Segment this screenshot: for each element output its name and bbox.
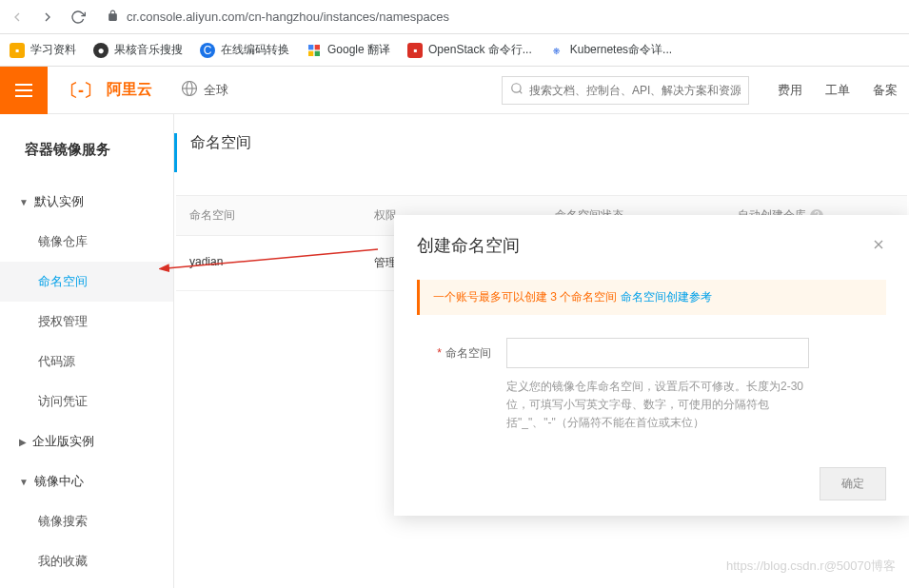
bookmark-item[interactable]: ▪学习资料 — [10, 42, 76, 58]
address-bar[interactable]: cr.console.aliyun.com/cn-hangzhou/instan… — [99, 10, 901, 25]
hamburger-icon — [15, 84, 32, 97]
watermark: https://blog.csdn.r@50070博客 — [726, 558, 896, 575]
sidebar-item-auth[interactable]: 授权管理 — [0, 302, 173, 342]
kubernetes-icon: ⎈ — [549, 43, 564, 58]
bookmark-item[interactable]: Google 翻译 — [306, 42, 390, 58]
site-icon: C — [200, 43, 215, 58]
modal-body: 一个账号最多可以创建 3 个命名空间 命名空间创建参考 *命名空间 定义您的镜像… — [394, 272, 909, 452]
sidebar-item-favorites[interactable]: 我的收藏 — [0, 541, 173, 581]
col-namespace: 命名空间 — [176, 196, 361, 235]
folder-icon: ▪ — [10, 43, 25, 58]
bookmarks-bar: ▪学习资料 ●果核音乐搜搜 C在线编码转换 Google 翻译 ▪OpenSta… — [0, 34, 909, 67]
sidebar-group-imagecenter[interactable]: ▼镜像中心 — [0, 461, 173, 501]
create-namespace-modal: 创建命名空间 一个账号最多可以创建 3 个命名空间 命名空间创建参考 *命名空间… — [394, 215, 909, 516]
logo-icon: 〔-〕 — [61, 79, 101, 102]
console-header: 〔-〕 阿里云 全球 费用 工单 备案 — [0, 67, 909, 114]
form-row-namespace: *命名空间 定义您的镜像仓库命名空间，设置后不可修改。长度为2-30位，可填写小… — [417, 338, 886, 433]
sidebar-item-accelerator[interactable]: 镜像加速器 — [0, 581, 173, 588]
sidebar: 容器镜像服务 ▼默认实例 镜像仓库 命名空间 授权管理 代码源 访问凭证 ▶企业… — [0, 114, 174, 588]
form-label: *命名空间 — [417, 338, 491, 362]
logo-text: 阿里云 — [107, 80, 152, 100]
header-link-beian[interactable]: 备案 — [861, 82, 909, 99]
sidebar-item-codesource[interactable]: 代码源 — [0, 342, 173, 382]
region-selector[interactable]: 全球 — [181, 80, 228, 100]
forward-button[interactable] — [38, 8, 57, 27]
browser-nav-bar: cr.console.aliyun.com/cn-hangzhou/instan… — [0, 0, 909, 34]
lock-icon — [107, 10, 119, 25]
search-icon — [510, 82, 524, 98]
openstack-icon: ▪ — [407, 43, 423, 58]
sidebar-group-default[interactable]: ▼默认实例 — [0, 182, 173, 222]
page-title: 命名空间 — [174, 133, 909, 172]
bookmark-item[interactable]: ●果核音乐搜搜 — [93, 42, 183, 58]
sidebar-item-credentials[interactable]: 访问凭证 — [0, 382, 173, 421]
back-button[interactable] — [8, 8, 27, 27]
namespace-input[interactable] — [506, 338, 809, 368]
caret-right-icon: ▶ — [19, 437, 27, 447]
caret-down-icon: ▼ — [19, 477, 29, 487]
service-title: 容器镜像服务 — [0, 131, 173, 182]
url-text: cr.console.aliyun.com/cn-hangzhou/instan… — [127, 10, 449, 24]
svg-point-3 — [512, 84, 521, 92]
sidebar-item-namespace[interactable]: 命名空间 — [0, 262, 173, 302]
menu-toggle[interactable] — [0, 67, 48, 114]
bookmark-item[interactable]: C在线编码转换 — [200, 42, 289, 58]
header-link-ticket[interactable]: 工单 — [814, 82, 861, 99]
sidebar-group-enterprise[interactable]: ▶企业版实例 — [0, 421, 173, 461]
submit-button[interactable]: 确定 — [820, 467, 886, 500]
bookmark-item[interactable]: ⎈Kubernetes命令详... — [549, 42, 672, 58]
required-asterisk: * — [437, 346, 442, 360]
reload-button[interactable] — [69, 8, 88, 27]
aliyun-logo[interactable]: 〔-〕 阿里云 — [61, 79, 152, 102]
globe-icon — [181, 80, 198, 100]
close-button[interactable] — [871, 235, 886, 257]
region-label: 全球 — [204, 82, 228, 99]
modal-header: 创建命名空间 — [394, 215, 909, 272]
svg-line-4 — [520, 91, 523, 94]
cell-namespace: yadian — [176, 236, 361, 290]
site-icon: ● — [93, 43, 109, 58]
caret-down-icon: ▼ — [19, 197, 29, 207]
sidebar-item-search[interactable]: 镜像搜索 — [0, 501, 173, 541]
modal-footer: 确定 — [394, 452, 909, 516]
google-translate-icon — [306, 43, 322, 58]
alert-link[interactable]: 命名空间创建参考 — [621, 290, 712, 304]
bookmark-item[interactable]: ▪OpenStack 命令行... — [407, 42, 532, 58]
header-link-fee[interactable]: 费用 — [766, 82, 814, 99]
alert-message: 一个账号最多可以创建 3 个命名空间 命名空间创建参考 — [417, 280, 886, 315]
search-input[interactable] — [529, 84, 741, 97]
form-hint: 定义您的镜像仓库命名空间，设置后不可修改。长度为2-30位，可填写小写英文字母、… — [506, 378, 811, 433]
search-box[interactable] — [502, 76, 749, 105]
modal-title: 创建命名空间 — [417, 234, 520, 257]
sidebar-item-repos[interactable]: 镜像仓库 — [0, 222, 173, 262]
